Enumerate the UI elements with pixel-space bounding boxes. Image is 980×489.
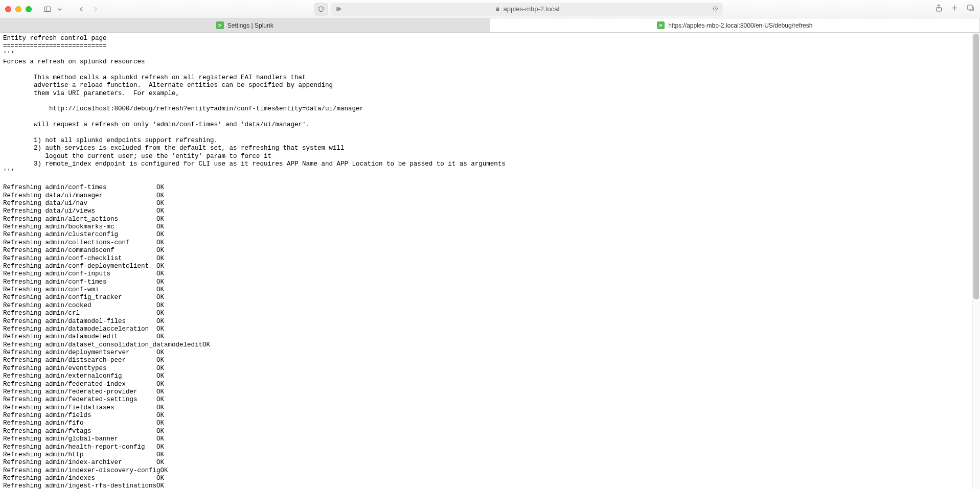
sidebar-menu-chevron-icon[interactable] <box>53 3 66 16</box>
lock-icon <box>495 6 500 12</box>
refresh-output-text: Entity refresh control page ============… <box>0 33 980 489</box>
address-host-text: apples-mbp-2.local <box>504 5 560 13</box>
forward-button[interactable] <box>89 3 102 16</box>
window-controls <box>5 6 32 12</box>
close-window-button[interactable] <box>5 6 11 12</box>
address-bar[interactable]: apples-mbp-2.local <box>331 3 723 16</box>
reader-mode-icon[interactable] <box>335 6 342 12</box>
tab-bar: Settings | Splunk https://apples-mbp-2.l… <box>0 18 980 33</box>
new-tab-button[interactable] <box>950 4 959 14</box>
tab-title: Settings | Splunk <box>227 22 274 29</box>
tab-overview-button[interactable] <box>966 4 975 14</box>
svg-rect-3 <box>336 8 341 9</box>
maximize-window-button[interactable] <box>26 6 32 12</box>
scrollbar-track[interactable] <box>972 33 980 489</box>
svg-rect-2 <box>336 7 340 8</box>
share-button[interactable] <box>935 4 943 14</box>
svg-rect-4 <box>336 9 341 10</box>
reload-button[interactable] <box>712 6 719 12</box>
back-button[interactable] <box>75 3 88 16</box>
sidebar-toggle-button[interactable] <box>41 3 54 16</box>
browser-toolbar: apples-mbp-2.local <box>0 0 980 18</box>
tab-settings-splunk[interactable]: Settings | Splunk <box>0 18 490 32</box>
splunk-favicon-icon <box>216 21 224 29</box>
minimize-window-button[interactable] <box>15 6 21 12</box>
tab-debug-refresh[interactable]: https://apples-mbp-2.local:8000/en-US/de… <box>490 18 981 32</box>
page-viewport: Entity refresh control page ============… <box>0 33 980 489</box>
svg-rect-9 <box>968 5 972 10</box>
svg-rect-5 <box>336 10 339 11</box>
svg-rect-0 <box>44 7 51 11</box>
address-bar-group: apples-mbp-2.local <box>314 3 723 16</box>
tab-title: https://apples-mbp-2.local:8000/en-US/de… <box>668 22 812 29</box>
privacy-report-button[interactable] <box>314 3 328 16</box>
scrollbar-thumb[interactable] <box>973 34 979 299</box>
splunk-favicon-icon <box>657 21 665 29</box>
